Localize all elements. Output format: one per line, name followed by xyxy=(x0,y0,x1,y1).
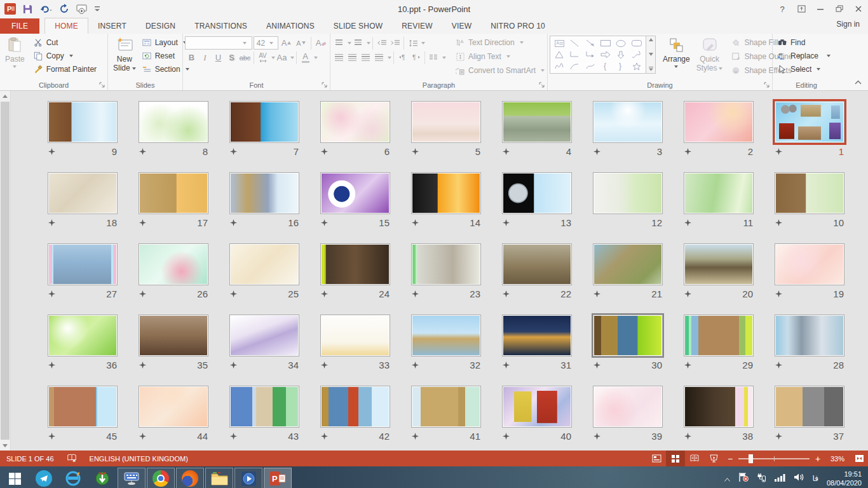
zoom-slider[interactable] xyxy=(738,458,810,459)
slide-thumbnail-28[interactable]: 28 xyxy=(775,315,844,374)
slide-thumbnail-15[interactable]: 15 xyxy=(320,172,390,231)
slide-thumbnail-5[interactable]: 5 xyxy=(411,101,481,160)
action-center-flag-icon[interactable] xyxy=(738,472,749,485)
slide-thumbnail-30[interactable]: 30 xyxy=(593,315,663,374)
animation-star-icon[interactable] xyxy=(684,290,693,297)
text-shadow-button[interactable]: S xyxy=(225,51,238,65)
slide-thumbnail-29[interactable]: 29 xyxy=(684,315,754,374)
select-button[interactable]: Select xyxy=(775,62,833,76)
tab-design[interactable]: DESIGN xyxy=(136,18,185,34)
font-size-combo[interactable]: 42 xyxy=(254,36,278,50)
start-button[interactable] xyxy=(0,466,29,488)
redo-icon[interactable] xyxy=(59,3,69,15)
animation-star-icon[interactable] xyxy=(230,433,239,440)
bold-button[interactable]: B xyxy=(185,51,198,65)
tab-slide-show[interactable]: SLIDE SHOW xyxy=(324,18,392,34)
language-indicator[interactable]: ENGLISH (UNITED KINGDOM) xyxy=(90,455,188,463)
slide-thumbnail-22[interactable]: 22 xyxy=(502,243,572,302)
customize-quick-access-icon[interactable] xyxy=(94,3,100,15)
animation-star-icon[interactable] xyxy=(139,219,148,226)
animation-star-icon[interactable] xyxy=(230,290,239,297)
slide-thumbnail-36[interactable]: 36 xyxy=(48,315,118,374)
animation-star-icon[interactable] xyxy=(775,433,784,440)
normal-view-button[interactable] xyxy=(647,451,666,466)
format-painter-button[interactable]: Format Painter xyxy=(31,62,99,76)
scroll-down-icon[interactable] xyxy=(0,440,10,451)
slide-thumbnail-25[interactable]: 25 xyxy=(229,243,299,302)
slide-thumbnail-6[interactable]: 6 xyxy=(320,101,390,160)
drawing-dialog-launcher[interactable] xyxy=(764,82,770,88)
increase-indent-button[interactable] xyxy=(388,36,402,50)
tab-nitro-pro[interactable]: NITRO PRO 10 xyxy=(481,18,555,34)
hidden-icons-chevron-icon[interactable] xyxy=(724,473,730,484)
animation-star-icon[interactable] xyxy=(684,362,693,369)
animation-star-icon[interactable] xyxy=(412,290,421,297)
animation-star-icon[interactable] xyxy=(412,148,421,155)
restore-icon[interactable] xyxy=(830,1,849,17)
slide-thumbnail-35[interactable]: 35 xyxy=(139,315,208,374)
slide-thumbnail-17[interactable]: 17 xyxy=(139,172,208,231)
collapse-ribbon-icon[interactable] xyxy=(855,76,862,87)
animation-star-icon[interactable] xyxy=(321,290,330,297)
animation-star-icon[interactable] xyxy=(48,433,57,440)
align-left-button[interactable] xyxy=(332,51,346,65)
copy-button[interactable]: Copy xyxy=(31,49,99,62)
zoom-out-button[interactable]: − xyxy=(723,454,737,464)
slide-thumbnail-19[interactable]: 19 xyxy=(775,243,844,302)
animation-star-icon[interactable] xyxy=(321,362,330,369)
tab-view[interactable]: VIEW xyxy=(442,18,481,34)
animation-star-icon[interactable] xyxy=(412,219,421,226)
slide-thumbnail-21[interactable]: 21 xyxy=(593,243,663,302)
slide-thumbnail-45[interactable]: 45 xyxy=(48,386,118,445)
animation-star-icon[interactable] xyxy=(684,433,693,440)
font-dialog-launcher[interactable] xyxy=(322,82,328,88)
telegram-icon[interactable] xyxy=(29,466,58,488)
idm-icon[interactable] xyxy=(88,466,117,488)
reading-view-button[interactable] xyxy=(685,451,704,466)
cut-button[interactable]: Cut xyxy=(31,36,99,49)
slide-thumbnail-26[interactable]: 26 xyxy=(139,243,208,302)
slide-thumbnail-8[interactable]: 8 xyxy=(139,101,208,160)
animation-star-icon[interactable] xyxy=(48,219,57,226)
close-icon[interactable] xyxy=(849,1,868,17)
animation-star-icon[interactable] xyxy=(593,433,602,440)
decrease-indent-button[interactable] xyxy=(375,36,388,50)
network-signal-icon[interactable] xyxy=(775,473,785,484)
animation-star-icon[interactable] xyxy=(503,219,512,226)
animation-star-icon[interactable] xyxy=(684,219,693,226)
slide-thumbnail-34[interactable]: 34 xyxy=(229,315,299,374)
slide-thumbnail-31[interactable]: 31 xyxy=(502,315,572,374)
slide-thumbnail-4[interactable]: 4 xyxy=(502,101,572,160)
slide-thumbnail-2[interactable]: 2 xyxy=(684,101,754,160)
slide-thumbnail-3[interactable]: 3 xyxy=(593,101,663,160)
slide-thumbnail-11[interactable]: 11 xyxy=(684,172,754,231)
slide-thumbnail-41[interactable]: 41 xyxy=(411,386,481,445)
scroll-up-icon[interactable] xyxy=(0,91,10,101)
columns-button[interactable] xyxy=(427,51,440,65)
undo-icon[interactable] xyxy=(39,3,52,15)
convert-to-smartart-button[interactable]: Convert to SmartArt xyxy=(452,64,547,78)
font-name-combo[interactable] xyxy=(185,36,252,50)
slide-thumbnail-9[interactable]: 9 xyxy=(48,101,118,160)
slide-thumbnail-39[interactable]: 39 xyxy=(593,386,663,445)
text-direction-button[interactable]: A Text Direction xyxy=(452,36,547,50)
animation-star-icon[interactable] xyxy=(230,362,239,369)
change-case-button[interactable]: Aa xyxy=(275,51,288,65)
tab-insert[interactable]: INSERT xyxy=(88,18,136,34)
animation-star-icon[interactable] xyxy=(593,148,602,155)
animation-star-icon[interactable] xyxy=(503,433,512,440)
animation-star-icon[interactable] xyxy=(230,148,239,155)
clear-formatting-button[interactable]: A xyxy=(315,36,328,50)
zoom-slider-thumb[interactable] xyxy=(749,454,753,463)
shapes-gallery-scroll[interactable] xyxy=(646,36,656,74)
input-language-indicator[interactable]: فا xyxy=(813,474,818,483)
animation-star-icon[interactable] xyxy=(775,219,784,226)
animation-star-icon[interactable] xyxy=(593,362,602,369)
numbering-button[interactable] xyxy=(351,36,365,50)
shrink-font-button[interactable]: A xyxy=(294,36,308,50)
animation-star-icon[interactable] xyxy=(775,290,784,297)
animation-star-icon[interactable] xyxy=(139,290,148,297)
animation-star-icon[interactable] xyxy=(775,148,784,155)
shapes-gallery[interactable]: A { xyxy=(550,36,656,74)
character-spacing-button[interactable]: AV xyxy=(256,51,269,65)
